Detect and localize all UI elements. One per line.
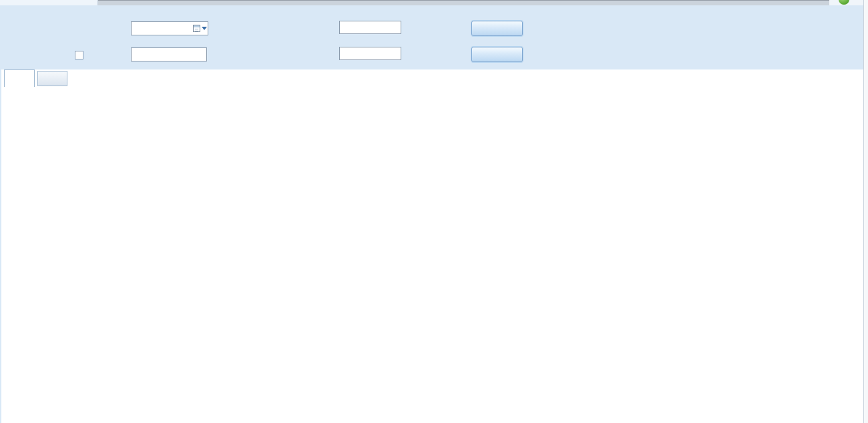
wind-speed-line-chart [0, 0, 868, 423]
app-window [0, 0, 868, 423]
